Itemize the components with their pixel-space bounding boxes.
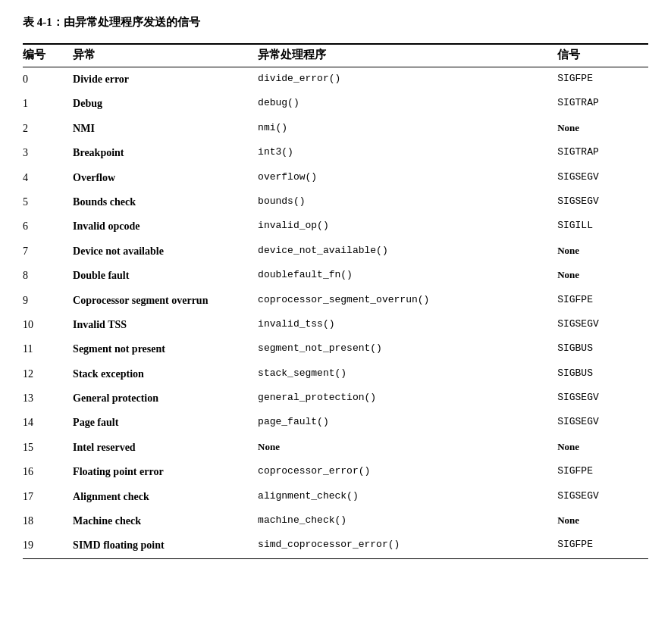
cell-exception: Page fault [67,411,252,435]
table-row: 11Segment not presentsegment_not_present… [23,337,648,361]
cell-signal: SIGSEGV [551,411,648,435]
table-row: 14Page faultpage_fault()SIGSEGV [23,411,648,435]
cell-handler: coprocessor_error() [252,460,551,484]
cell-handler: general_protection() [252,386,551,411]
cell-handler: page_fault() [252,411,551,435]
cell-signal: None [551,509,648,533]
cell-num: 16 [23,460,67,484]
cell-exception: Invalid opcode [67,214,252,239]
cell-handler: divide_error() [252,67,551,92]
cell-exception: Invalid TSS [67,313,252,337]
main-table: 编号 异常 异常处理程序 信号 0Divide errordivide_erro… [23,43,648,559]
cell-exception: Overflow [67,166,252,190]
table-row: 19SIMD floating pointsimd_coprocessor_er… [23,533,648,558]
cell-handler: doublefault_fn() [252,264,551,288]
cell-exception: Stack exception [67,362,252,386]
table-row: 2NMInmi()None [23,117,648,141]
cell-exception: Segment not present [67,337,252,361]
cell-exception: Device not available [67,239,252,264]
col-header-signal: 信号 [551,44,648,67]
col-header-exception: 异常 [67,44,252,67]
cell-num: 6 [23,214,67,239]
cell-exception: General protection [67,386,252,411]
cell-handler: invalid_tss() [252,313,551,337]
cell-signal: None [551,436,648,460]
cell-exception: NMI [67,117,252,141]
cell-signal: None [551,239,648,264]
cell-exception: Alignment check [67,485,252,509]
cell-exception: Intel reserved [67,436,252,460]
cell-signal: None [551,264,648,288]
table-row: 13General protectiongeneral_protection()… [23,386,648,411]
table-row: 17Alignment checkalignment_check()SIGSEG… [23,485,648,509]
cell-signal: SIGTRAP [551,141,648,165]
table-row: 18Machine checkmachine_check()None [23,509,648,533]
cell-signal: SIGTRAP [551,92,648,116]
cell-handler: invalid_op() [252,214,551,239]
cell-handler: segment_not_present() [252,337,551,361]
col-header-num: 编号 [23,44,67,67]
table-row: 10Invalid TSSinvalid_tss()SIGSEGV [23,313,648,337]
cell-signal: SIGSEGV [551,485,648,509]
cell-num: 0 [23,67,67,92]
table-title: 表 4-1：由异常处理程序发送的信号 [23,15,648,30]
cell-num: 15 [23,436,67,460]
cell-handler: None [252,436,551,460]
cell-handler: alignment_check() [252,485,551,509]
cell-num: 1 [23,92,67,116]
cell-handler: debug() [252,92,551,116]
table-row: 9Coprocessor segment overruncoprocessor_… [23,289,648,313]
cell-signal: SIGBUS [551,337,648,361]
cell-exception: Machine check [67,509,252,533]
cell-num: 11 [23,337,67,361]
table-row: 1Debugdebug()SIGTRAP [23,92,648,116]
cell-signal: SIGFPE [551,460,648,484]
cell-handler: machine_check() [252,509,551,533]
cell-exception: Divide error [67,67,252,92]
cell-exception: Floating point error [67,460,252,484]
cell-num: 12 [23,362,67,386]
cell-num: 9 [23,289,67,313]
cell-handler: overflow() [252,166,551,190]
cell-signal: SIGILL [551,214,648,239]
table-row: 5Bounds checkbounds()SIGSEGV [23,190,648,214]
cell-handler: bounds() [252,190,551,214]
table-row: 4Overflowoverflow()SIGSEGV [23,166,648,190]
cell-num: 18 [23,509,67,533]
cell-signal: SIGSEGV [551,313,648,337]
cell-signal: SIGSEGV [551,190,648,214]
table-row: 0Divide errordivide_error()SIGFPE [23,67,648,92]
cell-signal: SIGFPE [551,67,648,92]
cell-handler: coprocessor_segment_overrun() [252,289,551,313]
cell-signal: None [551,117,648,141]
cell-handler: device_not_available() [252,239,551,264]
cell-signal: SIGFPE [551,289,648,313]
cell-num: 10 [23,313,67,337]
cell-handler: simd_coprocessor_error() [252,533,551,558]
cell-signal: SIGSEGV [551,386,648,411]
cell-num: 4 [23,166,67,190]
cell-signal: SIGSEGV [551,166,648,190]
cell-exception: SIMD floating point [67,533,252,558]
cell-handler: int3() [252,141,551,165]
cell-exception: Debug [67,92,252,116]
cell-signal: SIGBUS [551,362,648,386]
cell-exception: Coprocessor segment overrun [67,289,252,313]
cell-handler: stack_segment() [252,362,551,386]
table-row: 6Invalid opcodeinvalid_op()SIGILL [23,214,648,239]
cell-num: 7 [23,239,67,264]
cell-num: 19 [23,533,67,558]
table-row: 15Intel reservedNoneNone [23,436,648,460]
cell-num: 8 [23,264,67,288]
cell-num: 3 [23,141,67,165]
table-row: 12Stack exceptionstack_segment()SIGBUS [23,362,648,386]
cell-exception: Double fault [67,264,252,288]
col-header-handler: 异常处理程序 [252,44,551,67]
table-row: 7Device not availabledevice_not_availabl… [23,239,648,264]
table-row: 8Double faultdoublefault_fn()None [23,264,648,288]
cell-num: 17 [23,485,67,509]
cell-num: 5 [23,190,67,214]
cell-exception: Bounds check [67,190,252,214]
cell-exception: Breakpoint [67,141,252,165]
table-row: 16Floating point errorcoprocessor_error(… [23,460,648,484]
